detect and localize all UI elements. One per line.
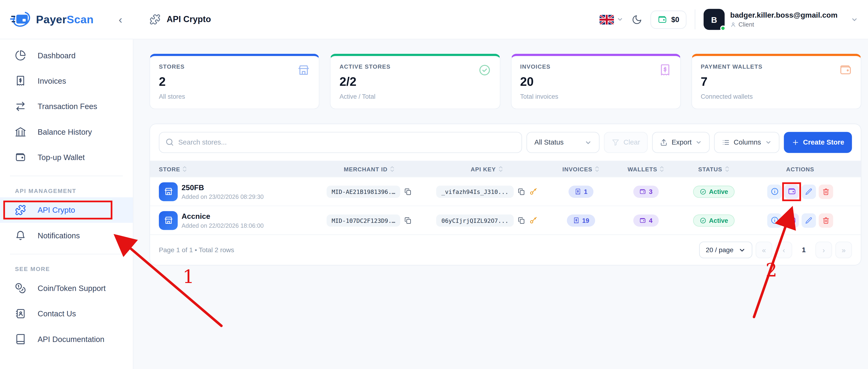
- invoices-cell: 19: [549, 214, 613, 226]
- sidebar-item-notifications[interactable]: Notifications: [0, 223, 133, 248]
- receipt-icon: [658, 64, 671, 76]
- regenerate-key-button[interactable]: [529, 187, 537, 196]
- last-page-button[interactable]: »: [835, 242, 852, 258]
- language-selector[interactable]: [599, 14, 623, 25]
- api-key-value: 06yCIjrjQIZL92O7...: [436, 214, 514, 226]
- upload-icon: [660, 138, 668, 146]
- avatar-initial: B: [711, 15, 717, 24]
- brand-name-primary: Payer: [36, 13, 67, 25]
- first-page-button[interactable]: «: [755, 242, 772, 258]
- store-added-date: Added on 22/02/2026 18:06:00: [182, 222, 264, 228]
- plus-icon: [792, 138, 799, 146]
- stat-card-payment-wallets: PAYMENT WALLETS 7 Connected wallets: [691, 54, 861, 109]
- copy-api-key-button[interactable]: [518, 217, 525, 224]
- user-menu[interactable]: B badger.killer.boss@gmail.com Client: [704, 9, 858, 30]
- stat-label: PAYMENT WALLETS: [701, 63, 852, 70]
- receipt-icon: [575, 188, 581, 195]
- column-label: ACTIONS: [786, 166, 814, 172]
- invoices-badge: 19: [566, 214, 595, 226]
- previous-page-button[interactable]: ‹: [775, 242, 792, 258]
- list-icon: [722, 138, 730, 146]
- wallets-count: 4: [649, 217, 652, 224]
- sidebar-item-transaction-fees[interactable]: Transaction Fees: [0, 93, 133, 119]
- page-title-wrap: API Crypto: [150, 14, 211, 25]
- brand-logo[interactable]: PayerScan: [10, 10, 93, 28]
- edit-store-button[interactable]: [802, 213, 816, 228]
- view-details-button[interactable]: [767, 213, 782, 228]
- store-wallets-button[interactable]: [784, 213, 799, 228]
- column-header-merchant-id[interactable]: MERCHANT ID: [314, 166, 425, 172]
- stat-card-stores: STORES 2 All stores: [150, 54, 319, 109]
- copy-api-key-button[interactable]: [518, 188, 525, 195]
- column-header-invoices[interactable]: INVOICES: [549, 166, 613, 172]
- copy-merchant-id-button[interactable]: [404, 188, 412, 195]
- sidebar-item-label: Coin/Token Support: [37, 284, 106, 293]
- moon-icon: [631, 14, 642, 25]
- invoices-badge: 1: [568, 186, 593, 198]
- wallet-balance-badge[interactable]: $0: [650, 10, 686, 29]
- sidebar-item-api-documentation[interactable]: API Documentation: [0, 327, 133, 352]
- edit-store-button[interactable]: [802, 184, 816, 199]
- arrows-left-right-icon: [15, 101, 26, 112]
- columns-button[interactable]: Columns: [714, 132, 779, 153]
- chevron-down-icon: [851, 16, 858, 23]
- pencil-icon: [805, 217, 813, 224]
- check-circle-icon: [700, 188, 706, 195]
- delete-store-button[interactable]: [819, 184, 833, 199]
- column-header-store[interactable]: STORE: [159, 166, 314, 172]
- sidebar-item-contact-us[interactable]: Contact Us: [0, 301, 133, 326]
- column-header-status[interactable]: STATUS: [679, 166, 748, 172]
- store-wallets-button[interactable]: [784, 184, 799, 199]
- pie-chart-icon: [15, 50, 26, 61]
- bank-icon: [15, 126, 26, 138]
- sidebar-divider: [10, 254, 123, 254]
- export-button[interactable]: Export: [652, 132, 710, 153]
- merchant-id-cell: MID-107DC2F123D9.…: [314, 214, 425, 226]
- create-store-button[interactable]: Create Store: [784, 132, 852, 153]
- sidebar-item-label: Dashboard: [37, 51, 75, 60]
- current-page-number: 1: [796, 246, 812, 254]
- search-icon: [165, 138, 175, 147]
- clear-filters-button[interactable]: Clear: [604, 132, 648, 153]
- column-header-api-key[interactable]: API KEY: [425, 166, 549, 172]
- stat-label: INVOICES: [520, 63, 671, 70]
- header-left: PayerScan ‹: [0, 0, 133, 39]
- sidebar-item-coin-token-support[interactable]: Coin/Token Support: [0, 276, 133, 301]
- key-icon: [529, 216, 537, 224]
- copy-icon: [518, 217, 525, 224]
- brand-name-secondary: Scan: [67, 13, 94, 25]
- delete-store-button[interactable]: [819, 213, 833, 228]
- info-icon: [770, 187, 779, 196]
- status-label: Active: [709, 188, 728, 195]
- status-filter-value: All Status: [534, 138, 564, 146]
- dark-mode-toggle[interactable]: [631, 14, 642, 25]
- stat-value: 20: [520, 75, 671, 89]
- regenerate-key-button[interactable]: [529, 216, 537, 224]
- column-header-wallets[interactable]: WALLETS: [613, 166, 679, 172]
- user-role-row: Client: [730, 21, 837, 28]
- wallets-cell: 3: [613, 186, 679, 198]
- stat-card-active-stores: ACTIVE STORES 2/2 Active / Total: [330, 54, 500, 109]
- sidebar-item-topup-wallet[interactable]: Top-up Wallet: [0, 145, 133, 170]
- sidebar-collapse-button[interactable]: ‹: [115, 13, 126, 26]
- annotation-step-1: 1: [183, 266, 194, 288]
- next-page-button[interactable]: ›: [815, 242, 832, 258]
- header-main: API Crypto: [133, 0, 868, 39]
- store-name: Accnice: [182, 212, 264, 220]
- column-label: WALLETS: [627, 166, 657, 172]
- sidebar: Dashboard Invoices Transaction Fees Bala…: [0, 39, 133, 369]
- sidebar-item-api-crypto[interactable]: API Crypto: [0, 197, 133, 223]
- status-filter-select[interactable]: All Status: [527, 132, 600, 153]
- sidebar-item-dashboard[interactable]: Dashboard: [0, 43, 133, 68]
- brand-name: PayerScan: [36, 13, 93, 26]
- view-details-button[interactable]: [767, 184, 782, 199]
- sidebar-item-label: API Documentation: [37, 335, 104, 344]
- page-size-value: 20 / page: [706, 246, 734, 254]
- sidebar-item-balance-history[interactable]: Balance History: [0, 119, 133, 145]
- copy-merchant-id-button[interactable]: [404, 217, 412, 224]
- table-row: Accnice Added on 22/02/2026 18:06:00 MID…: [150, 206, 861, 234]
- sidebar-item-invoices[interactable]: Invoices: [0, 68, 133, 93]
- search-input[interactable]: [159, 132, 522, 153]
- pagination-bar: Page 1 of 1 • Total 2 rows 20 / page « ‹…: [150, 234, 861, 265]
- page-size-select[interactable]: 20 / page: [699, 242, 752, 258]
